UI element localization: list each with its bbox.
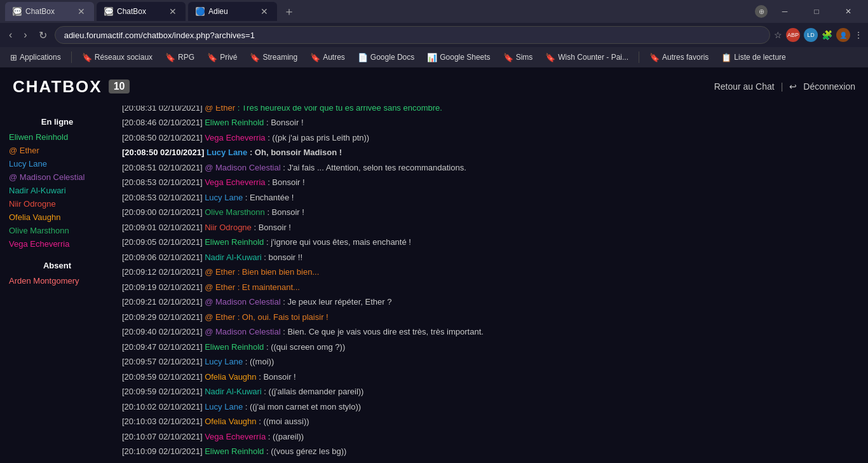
maximize-button[interactable]: □: [802, 2, 831, 21]
bookmark-separator-2: [639, 52, 639, 63]
tab-label-2: ChatBox: [117, 7, 164, 16]
bookmark-icon-1: 🔖: [82, 53, 92, 62]
bookmark-label-streaming: Streaming: [262, 53, 297, 62]
bookmark-icon-7: 🔖: [545, 53, 555, 62]
user-avatar-ld[interactable]: LD: [804, 28, 818, 42]
address-bar: ‹ › ↻ ☆ ABP LD 🧩 👤 ⋮: [0, 23, 868, 47]
tab-close-2[interactable]: ✕: [168, 6, 178, 17]
docs-icon: 📄: [358, 53, 368, 62]
tab-label-1: ChatBox: [25, 7, 72, 16]
minimize-button[interactable]: ─: [770, 2, 799, 21]
tab-close-1[interactable]: ✕: [76, 6, 86, 17]
bookmark-icon-5: 🔖: [310, 53, 320, 62]
bookmark-icon-8: 🔖: [649, 53, 660, 62]
extensions-icon[interactable]: 🧩: [822, 30, 832, 40]
bookmark-label-googledocs: Google Docs: [370, 53, 414, 62]
window-controls: ⊕ ─ □ ✕: [755, 2, 863, 21]
bookmark-label-rpg: RPG: [178, 53, 194, 62]
bookmark-reseaux[interactable]: 🔖 Réseaux sociaux: [77, 52, 158, 64]
bookmark-label-googlesheets: Google Sheets: [440, 53, 490, 62]
tab-favicon-1: 💬: [13, 7, 22, 16]
tab-chatbox-2[interactable]: 💬 ChatBox ✕: [97, 2, 186, 21]
star-icon[interactable]: ☆: [774, 30, 782, 40]
bookmark-autres[interactable]: 🔖 Autres: [305, 52, 350, 64]
bookmark-rpg[interactable]: 🔖 RPG: [160, 52, 200, 64]
bookmark-googlesheets[interactable]: 📊 Google Sheets: [422, 52, 495, 64]
tab-label-3: Adieu: [208, 7, 255, 16]
back-button[interactable]: ‹: [5, 27, 16, 43]
bookmark-sims[interactable]: 🔖 Sims: [498, 52, 538, 64]
tab-close-3[interactable]: ✕: [259, 6, 269, 17]
bookmark-label-wish: Wish Counter - Pai...: [558, 53, 628, 62]
tab-adieu[interactable]: 🔵 Adieu ✕: [188, 2, 277, 21]
tab-chatbox-1[interactable]: 💬 ChatBox ✕: [5, 2, 94, 21]
bookmark-wish[interactable]: 🔖 Wish Counter - Pai...: [540, 52, 634, 64]
bookmark-icon-6: 🔖: [503, 53, 513, 62]
title-bar: 💬 ChatBox ✕ 💬 ChatBox ✕ 🔵 Adieu ✕ ＋ ⊕ ─ …: [0, 0, 868, 23]
bookmark-label-prive: Privé: [220, 53, 237, 62]
bookmark-label-sims: Sims: [516, 53, 533, 62]
bookmark-applications[interactable]: ⊞ Applications: [5, 52, 66, 64]
address-input[interactable]: [55, 26, 770, 44]
bookmark-streaming[interactable]: 🔖 Streaming: [245, 52, 302, 64]
bookmark-googledocs[interactable]: 📄 Google Docs: [353, 52, 419, 64]
bookmark-icon-4: 🔖: [250, 53, 260, 62]
bookmark-liste[interactable]: 📋 Liste de lecture: [716, 52, 790, 64]
forward-button[interactable]: ›: [20, 27, 31, 43]
bookmark-autres-favoris[interactable]: 🔖 Autres favoris: [644, 52, 714, 64]
bookmark-icon-2: 🔖: [165, 53, 175, 62]
user-avatar-abp[interactable]: ABP: [786, 28, 800, 42]
bookmark-icon-3: 🔖: [207, 53, 217, 62]
list-icon: 📋: [721, 53, 731, 62]
user-profile-icon[interactable]: 👤: [836, 28, 850, 42]
bookmark-label-reseaux: Réseaux sociaux: [95, 53, 153, 62]
bookmark-label-autres-favoris: Autres favoris: [662, 53, 709, 62]
bookmark-label-autres: Autres: [323, 53, 345, 62]
bookmark-label-liste: Liste de lecture: [734, 53, 785, 62]
bookmarks-bar: ⊞ Applications 🔖 Réseaux sociaux 🔖 RPG 🔖…: [0, 47, 868, 67]
bookmark-separator: [71, 52, 72, 63]
tab-favicon-2: 💬: [104, 7, 113, 16]
apps-icon: ⊞: [10, 53, 17, 62]
bookmark-prive[interactable]: 🔖 Privé: [202, 52, 242, 64]
sheets-icon: 📊: [427, 53, 437, 62]
address-right: ☆ ABP LD 🧩 👤 ⋮: [774, 28, 863, 42]
browser-chrome: 💬 ChatBox ✕ 💬 ChatBox ✕ 🔵 Adieu ✕ ＋ ⊕ ─ …: [0, 0, 868, 67]
bookmark-label: Applications: [20, 53, 61, 62]
new-tab-button[interactable]: ＋: [280, 4, 299, 19]
reload-button[interactable]: ↻: [35, 27, 51, 44]
profile-icon[interactable]: ⊕: [755, 5, 768, 18]
close-button[interactable]: ✕: [834, 2, 863, 21]
menu-icon[interactable]: ⋮: [854, 30, 863, 40]
tab-favicon-3: 🔵: [196, 7, 205, 16]
